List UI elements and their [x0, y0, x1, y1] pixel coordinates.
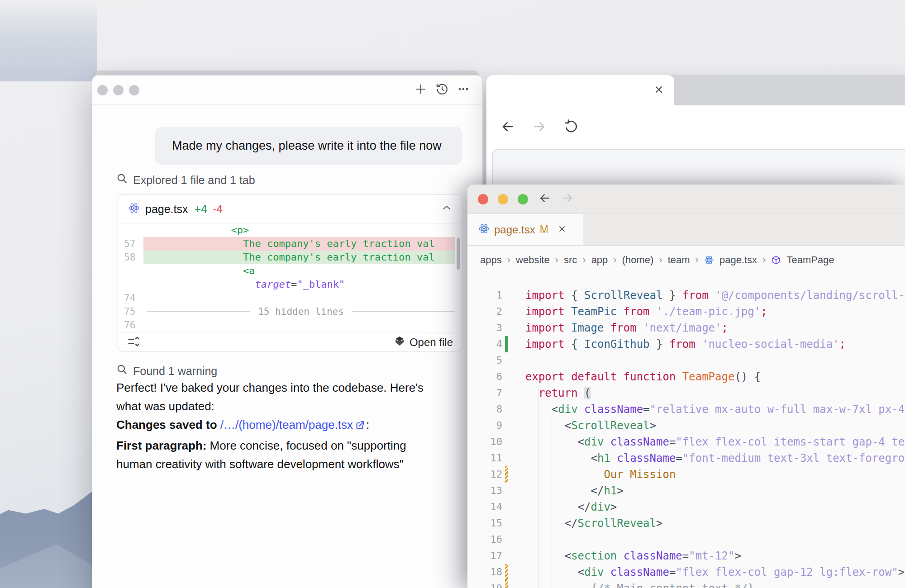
- code-line[interactable]: 2import TeamPic from './team-pic.jpg';: [467, 303, 905, 320]
- token: [525, 550, 565, 562]
- forward-button[interactable]: [561, 191, 574, 207]
- editor-titlebar: [467, 185, 905, 214]
- chevron-right-icon: ›: [507, 254, 510, 266]
- found-warning-row[interactable]: Found 1 warning: [116, 364, 217, 378]
- code-editor-pane[interactable]: 1import { ScrollReveal } from '@/compone…: [467, 275, 905, 588]
- found-warning-text: Found 1 warning: [133, 365, 217, 378]
- explored-status-row[interactable]: Explored 1 file and 1 tab: [116, 173, 255, 187]
- code-line[interactable]: 18 <div className="flex flex-col gap-12 …: [467, 564, 905, 580]
- changes-saved-line: Changes saved to /…/(home)/team/page.tsx…: [116, 416, 458, 436]
- hidden-lines-label: 15 hidden lines: [258, 305, 344, 318]
- breadcrumb-item[interactable]: app: [591, 254, 608, 266]
- expand-lines-icon[interactable]: [127, 335, 140, 350]
- chevron-right-icon: ›: [762, 254, 766, 266]
- breadcrumb-item[interactable]: (home): [622, 254, 654, 266]
- back-button[interactable]: [500, 119, 515, 136]
- divider-line: [147, 311, 250, 312]
- token: [525, 566, 578, 579]
- reload-button[interactable]: [563, 119, 579, 136]
- diff-context-line: [143, 318, 455, 332]
- more-ellipsis-icon: [457, 83, 470, 97]
- external-link-icon[interactable]: [355, 417, 365, 436]
- forward-button[interactable]: [532, 119, 547, 136]
- code-line[interactable]: 19 {/* Main content text */}: [467, 580, 905, 588]
- tab-file-name: page.tsx: [494, 223, 535, 236]
- code-line[interactable]: 16: [467, 531, 905, 548]
- token: [637, 322, 643, 334]
- code-line[interactable]: 4import { IconGithub } from 'nucleo-soci…: [467, 336, 905, 352]
- code-line[interactable]: 14 </div>: [467, 499, 905, 515]
- code-line[interactable]: 13 </h1>: [467, 483, 905, 499]
- cube-symbol-icon: [771, 255, 781, 265]
- diff-card-header[interactable]: page.tsx +4 -4: [118, 195, 462, 223]
- code-line[interactable]: 12 Our Mission: [467, 466, 905, 483]
- minimize-window-button[interactable]: [498, 194, 508, 204]
- diff-file-name: page.tsx: [145, 203, 188, 216]
- token: [525, 501, 578, 513]
- zoom-window-button[interactable]: [518, 194, 528, 204]
- token: ;: [761, 305, 767, 318]
- back-button[interactable]: [538, 191, 552, 207]
- open-file-button[interactable]: Open file: [394, 336, 453, 349]
- code-line[interactable]: 3import Image from 'next/image';: [467, 320, 905, 336]
- wallpaper-mist: [0, 0, 97, 81]
- more-options-button[interactable]: [457, 83, 470, 97]
- token: div: [584, 436, 604, 448]
- code-text: </ScrollReveal>: [508, 515, 662, 531]
- browser-tab[interactable]: [486, 75, 674, 105]
- history-button[interactable]: [435, 83, 449, 97]
- code-line[interactable]: 1import { ScrollReveal } from '@/compone…: [467, 287, 905, 303]
- code-line[interactable]: 17 <section className="mt-12">: [467, 548, 905, 564]
- token: [147, 265, 243, 276]
- line-number: 15: [467, 515, 502, 531]
- editor-tabstrip: page.tsx M: [467, 214, 905, 246]
- breadcrumb-item[interactable]: website: [516, 254, 550, 266]
- line-number: 3: [467, 320, 502, 336]
- changes-saved-label: Changes saved to: [116, 418, 217, 432]
- token: The company's early traction val: [243, 251, 435, 263]
- code-line[interactable]: 15 </ScrollReveal>: [467, 515, 905, 531]
- breadcrumb-item[interactable]: TeamPage: [786, 254, 834, 266]
- token: import: [525, 289, 565, 302]
- token: "font-medium text-3xl text-foregro: [682, 452, 905, 465]
- code-line[interactable]: 8 <div className="relative mx-auto w-ful…: [467, 401, 905, 417]
- browser-toolbar: [486, 105, 905, 149]
- traffic-lights: [467, 194, 528, 204]
- close-icon[interactable]: [653, 84, 664, 97]
- breadcrumb-item[interactable]: src: [564, 254, 577, 266]
- breadcrumb-item[interactable]: team: [668, 254, 690, 266]
- diff-context-line: <a: [143, 264, 455, 278]
- token: <: [552, 403, 558, 416]
- token: =: [676, 452, 682, 465]
- line-number: 18: [467, 564, 502, 580]
- diff-row: 7515 hidden lines: [118, 305, 455, 318]
- code-line[interactable]: 9 <ScrollReveal>: [467, 417, 905, 434]
- editor-tab-page-tsx[interactable]: page.tsx M: [467, 214, 583, 245]
- diff-scrollbar-thumb[interactable]: [457, 238, 460, 270]
- token: TeamPic: [571, 305, 617, 318]
- note-line: human creativity with software developme…: [116, 455, 458, 474]
- token: [525, 436, 578, 448]
- note-text: More concise, focused on "supporting: [206, 439, 406, 452]
- token: ScrollReveal: [578, 517, 656, 530]
- code-line[interactable]: 6export default function TeamPage() {: [467, 369, 905, 385]
- code-line[interactable]: 5: [467, 352, 905, 369]
- token: IconGithub: [584, 338, 650, 351]
- close-window-button[interactable]: [97, 85, 108, 95]
- code-line[interactable]: 7 return (: [467, 385, 905, 401]
- chevron-up-icon[interactable]: [441, 203, 452, 215]
- code-text: <div className="flex flex-col items-star…: [508, 434, 905, 450]
- hidden-lines-divider[interactable]: 15 hidden lines: [143, 305, 455, 318]
- close-icon[interactable]: [557, 224, 567, 235]
- new-chat-button[interactable]: [414, 83, 428, 97]
- code-line[interactable]: 11 <h1 className="font-medium text-3xl t…: [467, 450, 905, 466]
- code-line[interactable]: 10 <div className="flex flex-col items-s…: [467, 434, 905, 450]
- breadcrumb-item[interactable]: apps: [480, 254, 502, 266]
- first-paragraph-label: First paragraph:: [116, 439, 206, 452]
- token: }: [650, 338, 669, 351]
- saved-file-link[interactable]: /…/(home)/team/page.tsx: [220, 418, 353, 432]
- breadcrumb-item[interactable]: page.tsx: [719, 254, 757, 266]
- zoom-window-button[interactable]: [129, 85, 139, 95]
- close-window-button[interactable]: [478, 194, 488, 204]
- minimize-window-button[interactable]: [113, 85, 124, 95]
